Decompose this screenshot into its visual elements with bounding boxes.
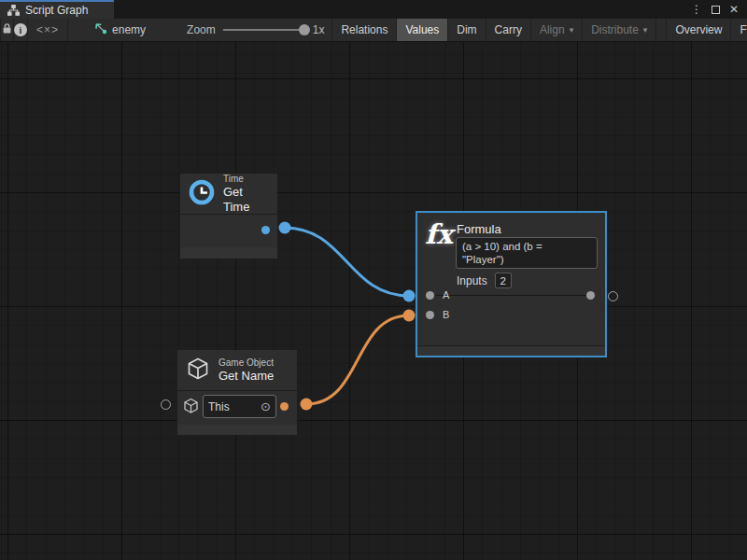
tab-bar: Script Graph ⋮ ✕: [0, 0, 747, 19]
wires-layer: [0, 42, 747, 560]
lock-icon: [1, 22, 13, 37]
relation-line: [436, 295, 591, 296]
wire-endpoint[interactable]: [301, 399, 313, 411]
node-header: Time Get Time: [180, 174, 277, 214]
port-b-label: B: [443, 309, 449, 320]
chevron-down-icon: ▾: [570, 25, 574, 35]
chevron-down-icon: ▾: [643, 25, 648, 35]
carry-button[interactable]: Carry: [486, 19, 531, 41]
window-menu-icon[interactable]: ⋮: [689, 2, 704, 17]
graph-breadcrumb[interactable]: enemy: [85, 19, 155, 41]
toolbar-buttons: Relations Values Dim Carry Align ▾ Distr…: [331, 19, 747, 41]
graph-hierarchy-icon: [7, 5, 20, 16]
close-icon[interactable]: ✕: [726, 2, 741, 17]
node-title: Get Name: [218, 369, 274, 384]
window-controls: ⋮ ✕: [689, 0, 747, 19]
wire-endpoint[interactable]: [403, 290, 416, 302]
align-dropdown[interactable]: Align ▾: [531, 19, 583, 41]
input-port-b[interactable]: [426, 311, 434, 319]
edit-source-button[interactable]: <×>: [28, 19, 68, 41]
target-value: This: [208, 400, 230, 413]
node-category: Time: [223, 174, 268, 185]
values-button[interactable]: Values: [397, 19, 448, 41]
output-port-result[interactable]: [586, 291, 595, 300]
node-title: Formula: [457, 222, 501, 237]
zoom-slider[interactable]: [223, 29, 305, 31]
node-body: [180, 214, 277, 244]
output-port-time[interactable]: [261, 226, 270, 234]
node-get-name[interactable]: Game Object Get Name This ⊙: [177, 350, 297, 435]
cube-icon: [185, 356, 211, 385]
node-get-time[interactable]: Time Get Time: [180, 174, 277, 259]
node-footer: [417, 345, 605, 356]
node-body: This ⊙: [177, 390, 297, 421]
script-graph-window: Script Graph ⋮ ✕ i <×>: [0, 0, 747, 560]
output-port-name[interactable]: [280, 402, 289, 411]
relations-button[interactable]: Relations: [331, 19, 397, 41]
code-brackets-icon: <×>: [36, 23, 59, 36]
full-screen-button[interactable]: Full Screen: [731, 19, 747, 41]
zoom-slider-handle[interactable]: [299, 24, 310, 35]
zoom-value: 1x: [313, 23, 325, 36]
info-button[interactable]: i: [14, 19, 28, 41]
overview-button[interactable]: Overview: [666, 19, 731, 41]
script-graph-asset-icon: [94, 22, 107, 37]
target-object-field[interactable]: This ⊙: [203, 395, 276, 418]
port-a-label: A: [443, 289, 449, 301]
lock-button[interactable]: [0, 19, 14, 41]
graph-canvas[interactable]: Time Get Time fx Formula (a > 10) and (b…: [0, 42, 747, 560]
input-ring-port[interactable]: [161, 399, 171, 410]
node-footer: [180, 247, 277, 259]
wire-getname-to-formula-b[interactable]: [306, 315, 409, 404]
node-title: Get Time: [223, 185, 268, 215]
cube-icon-small: [183, 398, 199, 418]
clock-icon: [188, 178, 216, 210]
graph-toolbar: i <×> enemy Zoom 1x Relations: [0, 19, 747, 42]
zoom-label: Zoom: [187, 23, 216, 36]
object-picker-icon[interactable]: ⊙: [261, 400, 271, 413]
inputs-count-input[interactable]: 2: [495, 273, 512, 288]
maximize-icon[interactable]: [708, 2, 723, 17]
distribute-dropdown[interactable]: Distribute ▾: [583, 19, 656, 41]
tab-script-graph[interactable]: Script Graph: [0, 0, 114, 19]
output-ring-port[interactable]: [608, 291, 618, 301]
wire-endpoint[interactable]: [279, 222, 291, 234]
info-icon: i: [14, 23, 27, 36]
fx-icon: fx: [425, 220, 453, 248]
dim-button[interactable]: Dim: [448, 19, 486, 41]
tab-title: Script Graph: [25, 4, 88, 17]
formula-expression-input[interactable]: (a > 10) and (b = "Player"): [456, 237, 598, 269]
node-header: Game Object Get Name: [177, 350, 297, 390]
node-footer: [177, 425, 297, 435]
wire-endpoint[interactable]: [403, 310, 416, 322]
node-formula[interactable]: fx Formula (a > 10) and (b = "Player") I…: [416, 211, 607, 357]
node-category: Game Object: [218, 357, 274, 369]
graph-name: enemy: [112, 23, 146, 36]
zoom-control: Zoom 1x: [155, 19, 331, 41]
inputs-row: Inputs 2: [457, 273, 512, 288]
input-port-a[interactable]: [426, 291, 434, 300]
inputs-label: Inputs: [457, 274, 487, 287]
wire-gettime-to-formula-a[interactable]: [285, 228, 409, 296]
